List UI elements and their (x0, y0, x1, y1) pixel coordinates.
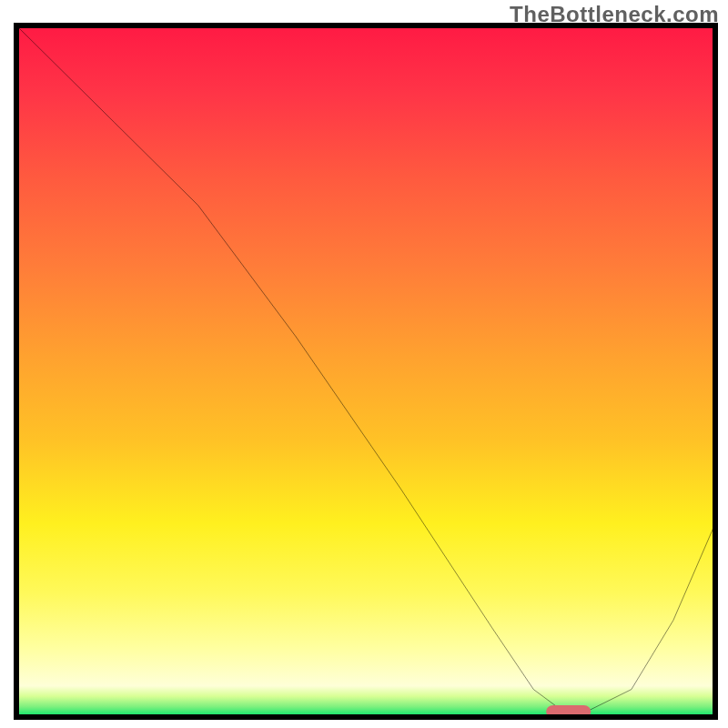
plot-area (16, 25, 715, 718)
bottleneck-chart (0, 0, 728, 728)
chart-container: TheBottleneck.com (0, 0, 728, 728)
